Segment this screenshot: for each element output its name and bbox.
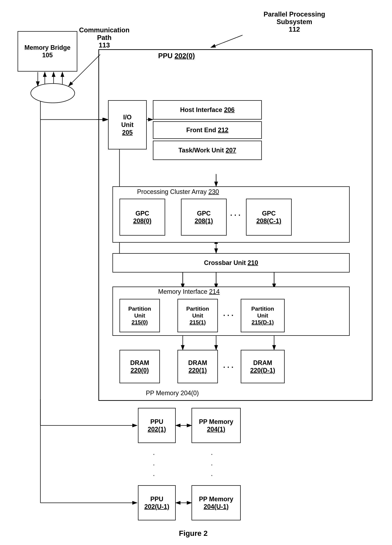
crossbar-unit-label: Crossbar Unit 210 [204, 259, 258, 266]
task-work-unit-box: Task/Work Unit 207 [153, 141, 262, 160]
gpc-dots: · · · [230, 211, 240, 219]
dram-0-box: DRAM 220(0) [119, 350, 160, 383]
ppm-dots-1: · [211, 450, 213, 458]
ppu-1-label: PPU 202(1) [147, 418, 166, 433]
bus-ellipse [30, 83, 76, 104]
partition-1-label: Partition Unit 215(1) [186, 305, 209, 326]
pp-memory-u1-label: PP Memory 204(U-1) [199, 495, 233, 510]
front-end-box: Front End 212 [153, 121, 262, 139]
gpc-c1-box: GPC 208(C-1) [246, 199, 292, 235]
task-work-unit-label: Task/Work Unit 207 [178, 146, 236, 154]
comm-path-label: Communication Path 113 [79, 26, 129, 49]
ppu-dots-1: · [153, 450, 155, 458]
partition-d1-label: Partition Unit 215(D-1) [251, 305, 274, 326]
partition-d1-box: Partition Unit 215(D-1) [241, 299, 285, 332]
ppu-u1-box: PPU 202(U-1) [138, 485, 176, 520]
memory-bridge-box: Memory Bridge 105 [18, 31, 77, 72]
ppu-dots-3: · [153, 471, 155, 479]
memory-bridge-label: Memory Bridge 105 [24, 44, 70, 59]
diagram: Memory Bridge 105 Communication Path 113… [0, 0, 392, 545]
ppu-202-0-label: PPU 202(0) [158, 52, 195, 60]
pp-memory-u1-box: PP Memory 204(U-1) [191, 485, 241, 520]
figure-label: Figure 2 [158, 529, 228, 538]
memory-interface-label: Memory Interface 214 [158, 288, 220, 295]
host-interface-label: Host Interface 206 [180, 106, 235, 114]
partition-0-label: Partition Unit 215(0) [128, 305, 151, 326]
pca-label: Processing Cluster Array 230 [137, 188, 219, 196]
gpc-0-label: GPC 208(0) [133, 210, 152, 225]
ppm-dots-3: · [211, 471, 213, 479]
dram-d1-box: DRAM 220(D-1) [241, 350, 285, 383]
front-end-label: Front End 212 [186, 126, 228, 134]
svg-point-40 [31, 84, 75, 103]
crossbar-unit-box: Crossbar Unit 210 [112, 253, 350, 272]
gpc-0-box: GPC 208(0) [119, 199, 165, 235]
gpc-c1-label: GPC 208(C-1) [256, 210, 281, 225]
ppu-dots-2: · [153, 461, 155, 469]
gpc-1-box: GPC 208(1) [181, 199, 227, 235]
io-unit-label: I/O Unit 205 [121, 113, 134, 136]
pps-label: Parallel Processing Subsystem 112 [263, 11, 325, 33]
ppu-u1-label: PPU 202(U-1) [144, 495, 169, 510]
partition-1-box: Partition Unit 215(1) [178, 299, 218, 332]
svg-line-7 [211, 35, 242, 48]
pp-memory-0-label: PP Memory 204(0) [146, 390, 199, 397]
dram-d1-label: DRAM 220(D-1) [250, 359, 275, 374]
partition-dots: · · · [223, 311, 233, 320]
pp-memory-1-label: PP Memory 204(1) [199, 418, 233, 433]
pp-memory-1-box: PP Memory 204(1) [191, 408, 241, 443]
host-interface-box: Host Interface 206 [153, 100, 262, 119]
partition-0-box: Partition Unit 215(0) [119, 299, 160, 332]
ppm-dots-2: · [211, 461, 213, 469]
gpc-1-label: GPC 208(1) [195, 210, 213, 225]
dram-dots: · · · [223, 363, 233, 372]
dram-1-box: DRAM 220(1) [178, 350, 218, 383]
ppu-1-box: PPU 202(1) [138, 408, 176, 443]
dram-0-label: DRAM 220(0) [130, 359, 149, 374]
io-unit-box: I/O Unit 205 [108, 100, 147, 149]
dram-1-label: DRAM 220(1) [188, 359, 207, 374]
